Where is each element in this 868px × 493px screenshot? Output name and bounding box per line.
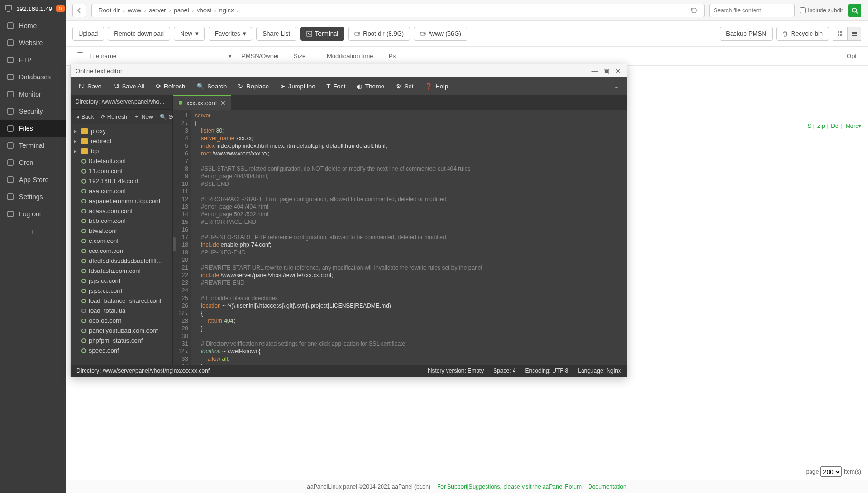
explorer-collapse-handle[interactable]: ◂: [173, 237, 176, 251]
tree-folder-redirect[interactable]: ▸redirect: [71, 136, 172, 146]
footer-support-link[interactable]: For Support|Suggestions, please visit th…: [437, 483, 582, 490]
col-filename[interactable]: File name ▾: [85, 52, 237, 59]
tree-file[interactable]: load_total.lua: [71, 306, 172, 316]
tree-file[interactable]: jsjss.cc.conf: [71, 286, 172, 296]
editor-tab-active[interactable]: xxx.xx.conf ✕: [173, 95, 231, 110]
tree-file[interactable]: 0.default.conf: [71, 156, 172, 166]
tree-file[interactable]: aaa.com.conf: [71, 186, 172, 196]
tree-file[interactable]: 11.com.conf: [71, 166, 172, 176]
col-ps[interactable]: Ps: [384, 52, 536, 59]
www-dir-button[interactable]: /www (56G): [414, 27, 467, 41]
grid-view-button[interactable]: [833, 27, 847, 41]
sidebar-item-ftp[interactable]: FTP: [0, 51, 66, 68]
status-language[interactable]: Language: Nginx: [578, 367, 621, 374]
tree-file[interactable]: ooo.oo.conf: [71, 316, 172, 326]
tree-file[interactable]: panel.youtubad.com.conf: [71, 326, 172, 336]
tree-file[interactable]: fdsafasfa.com.conf: [71, 266, 172, 276]
include-subdir[interactable]: Include subdir: [800, 7, 843, 14]
tree-folder-tcp[interactable]: ▸tcp: [71, 146, 172, 156]
list-view-button[interactable]: [847, 27, 861, 41]
tree-file[interactable]: c.com.conf: [71, 236, 172, 246]
sidebar-item-app-store[interactable]: App Store: [0, 171, 66, 188]
sidebar-add[interactable]: +: [0, 222, 66, 242]
favorites-button[interactable]: Favorites ▾: [209, 27, 252, 41]
search-button[interactable]: [848, 4, 861, 17]
col-size[interactable]: Size: [289, 52, 322, 59]
tree-folder-proxy[interactable]: ▸proxy: [71, 126, 172, 136]
status-history[interactable]: history version: Empty: [428, 367, 484, 374]
action-del[interactable]: Del: [831, 123, 839, 129]
share-list-button[interactable]: Share List: [256, 27, 296, 41]
sidebar-item-website[interactable]: Website: [0, 34, 66, 51]
tree-file[interactable]: adasa.com.conf: [71, 206, 172, 216]
editor-help[interactable]: ❓Help: [419, 77, 454, 95]
action-s[interactable]: S: [808, 123, 811, 129]
sidebar-item-settings[interactable]: Settings: [0, 188, 66, 205]
reload-icon[interactable]: [688, 7, 700, 14]
include-subdir-checkbox[interactable]: [800, 7, 806, 13]
editor-search[interactable]: 🔍Search: [191, 77, 232, 95]
editor-set[interactable]: ⚙Set: [390, 77, 420, 95]
editor-collapse-toolbar[interactable]: ⌄: [608, 83, 625, 90]
sidebar-item-cron[interactable]: Cron: [0, 154, 66, 171]
status-space[interactable]: Space: 4: [493, 367, 515, 374]
sidebar-item-security[interactable]: Security: [0, 103, 66, 120]
sidebar-item-home[interactable]: Home: [0, 17, 66, 34]
tab-close-icon[interactable]: ✕: [220, 99, 226, 106]
crumb-root-dir[interactable]: Root dir: [95, 7, 123, 14]
editor-save-all[interactable]: 🖫Save All: [107, 77, 150, 95]
terminal-button[interactable]: Terminal: [300, 27, 344, 41]
crumb-nginx[interactable]: nginx: [216, 7, 237, 14]
editor-font[interactable]: TFont: [321, 77, 351, 95]
sidebar-item-terminal[interactable]: Terminal: [0, 137, 66, 154]
editor-jumpline[interactable]: ➤JumpLine: [275, 77, 321, 95]
per-page-select[interactable]: 200: [820, 466, 842, 477]
notif-badge[interactable]: 0: [56, 5, 65, 12]
crumb-panel[interactable]: panel: [171, 7, 192, 14]
root-dir-button[interactable]: Root dir (8.9G): [348, 27, 410, 41]
tree-file[interactable]: ccc.com.conf: [71, 246, 172, 256]
explorer-new[interactable]: ＋New: [131, 113, 156, 121]
maximize-button[interactable]: ▣: [602, 68, 610, 75]
tree-file[interactable]: phpfpm_status.conf: [71, 336, 172, 346]
explorer-refresh[interactable]: ⟳Refresh: [98, 114, 130, 120]
col-modtime[interactable]: Modification time: [322, 52, 384, 59]
tree-file[interactable]: 192.168.1.49.conf: [71, 176, 172, 186]
explorer-back[interactable]: ◂Back: [74, 114, 97, 120]
crumb-vhost[interactable]: vhost: [194, 7, 214, 14]
backup-pmsn-button[interactable]: Backup PMSN: [720, 27, 773, 41]
file-search-input[interactable]: [714, 7, 791, 14]
status-encoding[interactable]: Encoding: UTF-8: [525, 367, 569, 374]
tree-file[interactable]: aapanel.emmmm.top.conf: [71, 196, 172, 206]
crumb-www[interactable]: www: [125, 7, 144, 14]
tree-file[interactable]: jsjis.cc.conf: [71, 276, 172, 286]
sidebar-item-files[interactable]: Files: [0, 120, 66, 137]
minimize-button[interactable]: —: [591, 68, 599, 75]
editor-code-area[interactable]: ◂ 12345678910111213141516171819202122232…: [173, 110, 627, 365]
tree-file[interactable]: dfedfsdfdssddsdsadfcfffff…: [71, 256, 172, 266]
sidebar-item-monitor[interactable]: Monitor: [0, 86, 66, 103]
close-button[interactable]: ✕: [613, 68, 622, 75]
editor-save[interactable]: 🖫Save: [73, 77, 107, 95]
remote-download-button[interactable]: Remote download: [108, 27, 170, 41]
col-pmsn[interactable]: PMSN/Owner: [237, 52, 289, 59]
action-zip[interactable]: Zip: [817, 123, 825, 129]
editor-replace[interactable]: ↻Replace: [232, 77, 275, 95]
sidebar-item-databases[interactable]: Databases: [0, 68, 66, 86]
upload-button[interactable]: Upload: [72, 27, 104, 41]
footer-docs-link[interactable]: Documentation: [588, 483, 627, 490]
crumb-server[interactable]: server: [146, 7, 169, 14]
editor-refresh[interactable]: ⟳Refresh: [150, 77, 191, 95]
file-search[interactable]: [709, 4, 795, 17]
select-all-checkbox[interactable]: [77, 52, 83, 58]
editor-titlebar[interactable]: Online text editor — ▣ ✕: [71, 64, 627, 77]
recycle-bin-button[interactable]: Recycle bin: [776, 27, 829, 41]
action-more[interactable]: More: [846, 123, 858, 129]
path-back-button[interactable]: [72, 4, 86, 17]
code-content[interactable]: server{ listen 80; server_name xxx.xx; i…: [191, 110, 627, 365]
editor-theme[interactable]: ◐Theme: [351, 77, 390, 95]
new-button[interactable]: New ▾: [174, 27, 205, 41]
tree-file[interactable]: speed.conf: [71, 346, 172, 356]
tree-file[interactable]: bbb.com.conf: [71, 216, 172, 226]
tree-file[interactable]: btwaf.conf: [71, 226, 172, 236]
